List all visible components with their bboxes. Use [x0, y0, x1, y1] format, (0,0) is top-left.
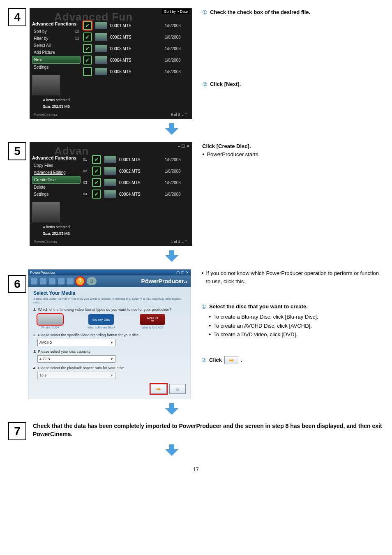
window-buttons[interactable]: ▢ ▢ ✕ — [176, 271, 189, 275]
down-arrow-icon — [90, 250, 253, 264]
file-name: 00005.MTS — [110, 69, 161, 74]
disc-capacity-select[interactable]: 4.7GB▼ — [37, 355, 115, 363]
file-row[interactable]: ✔ 00001.MTS 1/8/2008 — [83, 20, 189, 31]
file-row[interactable]: ✔ 00003.MTS 1/8/2008 — [83, 43, 189, 54]
status-size: Size: 252.53 MB — [32, 231, 81, 236]
file-name: 00002.MTS — [119, 169, 161, 173]
file-date: 1/8/2008 — [165, 58, 189, 62]
file-name: 00004.MTS — [119, 192, 161, 197]
svg-marker-3 — [165, 444, 178, 456]
sort-by-tag: Sort by > Date — [162, 9, 189, 14]
thumbnail — [104, 190, 116, 198]
home-button[interactable]: ⌂ — [169, 384, 186, 394]
instruction-text: Select the disc that you want to create. — [209, 303, 308, 311]
dvd-format-button[interactable] — [37, 314, 63, 325]
checkbox-icon[interactable]: ✔ — [83, 67, 92, 76]
recording-format-select[interactable]: AVCHD▼ — [37, 339, 115, 346]
down-arrow-icon — [90, 123, 253, 137]
powercinema-window-step5: – ☐ ✕ Advan Advanced Functions Copy File… — [30, 142, 192, 246]
menu-sort-by[interactable]: Sort by☑ — [32, 28, 81, 35]
what-is-avchd-link[interactable]: What is AVCHD? — [140, 326, 165, 329]
file-row[interactable]: ✔ 00005.MTS 1/8/2008 — [83, 66, 189, 77]
file-name: 00002.MTS — [110, 35, 161, 39]
row-index: 02 — [83, 169, 89, 173]
circled-2-icon: ② — [202, 80, 208, 89]
checkbox-icon[interactable]: ✔ — [92, 190, 101, 199]
checkbox-icon[interactable]: ✔ — [92, 155, 101, 164]
file-date: 1/8/2008 — [165, 169, 189, 173]
section-subtext: Select the video format of the disc you … — [33, 297, 186, 304]
instruction-bullet: PowerProducer starts. — [207, 150, 260, 159]
step-number: 5 — [8, 142, 26, 160]
thumbnail — [104, 179, 116, 186]
menu-delete[interactable]: Delete — [32, 184, 81, 191]
file-date: 1/8/2008 — [165, 23, 189, 28]
instruction-heading: Click [Create Disc]. — [202, 142, 384, 150]
file-row[interactable]: 03 ✔ 00003.MTS 1/8/2008 — [83, 177, 189, 188]
menu-select-all[interactable]: Select All — [32, 42, 81, 49]
menu-advanced-editing[interactable]: Advanced Editing — [32, 169, 81, 176]
toolbar-icon[interactable] — [49, 278, 55, 284]
checkbox-icon[interactable]: ✔ — [83, 32, 92, 42]
home-icon: ⌂ — [176, 386, 179, 392]
file-date: 1/8/2008 — [165, 35, 189, 39]
menu-next[interactable]: Next — [32, 56, 81, 64]
next-button[interactable]: ➡ — [150, 384, 167, 394]
instruction-text: . — [240, 357, 242, 363]
app-logo: PöwerProducerv4 — [141, 278, 187, 284]
section-heading: Select Your Media — [33, 290, 186, 296]
checkbox-icon[interactable]: ✔ — [83, 21, 92, 30]
sidebar-header: Advanced Functions — [32, 155, 81, 160]
file-date: 1/8/2008 — [165, 69, 189, 74]
menu-create-disc[interactable]: Create Disc — [32, 176, 81, 184]
file-name: 00004.MTS — [110, 58, 161, 62]
file-row[interactable]: 02 ✔ 00002.MTS 1/8/2008 — [83, 165, 189, 177]
circled-1-icon: ① — [201, 303, 207, 311]
help-icon[interactable]: ? — [76, 277, 84, 285]
what-is-bluray-link[interactable]: What is Blu-ray Disc? — [88, 326, 115, 329]
thumbnail — [104, 167, 116, 175]
toolbar-icon[interactable] — [58, 278, 65, 284]
what-is-dvd-link[interactable]: What is DVD? — [37, 326, 63, 329]
circled-1-icon: ① — [202, 8, 208, 17]
instruction-bullet: To create an AVCHD Disc, click [AVCHD]. — [213, 322, 311, 330]
file-row[interactable]: 04 ✔ 00004.MTS 1/8/2008 — [83, 188, 189, 200]
instruction-bullet: To create a DVD video, click [DVD]. — [213, 331, 297, 339]
avchd-format-button[interactable]: AVCHD™ — [140, 314, 165, 325]
status-items: 4 items selected — [32, 225, 81, 229]
toolbar-icon[interactable] — [67, 278, 74, 284]
instruction-text: Check the check box of the desired file. — [210, 8, 310, 16]
page-count: 5 of 8 — [171, 113, 180, 117]
question-1: Which of the following video format type… — [38, 308, 171, 312]
file-name: 00003.MTS — [119, 180, 161, 185]
window-controls[interactable]: – ☐ ✕ — [178, 144, 189, 148]
thumbnail — [104, 156, 116, 163]
checkbox-icon[interactable]: ✔ — [92, 166, 101, 176]
footer-brand: PowerCinema — [34, 240, 57, 244]
toolbar-icon[interactable] — [40, 278, 46, 284]
row-index: 04 — [83, 192, 89, 196]
aspect-ratio-select[interactable]: 16:9▼ — [37, 372, 115, 379]
file-row[interactable]: ✔ 00002.MTS 1/8/2008 — [83, 31, 189, 43]
checkbox-icon[interactable]: ✔ — [92, 178, 101, 187]
menu-add-picture[interactable]: Add Picture — [32, 49, 81, 56]
menu-settings[interactable]: Settings — [32, 191, 81, 198]
checkbox-icon[interactable]: ✔ — [83, 44, 92, 53]
menu-settings[interactable]: Settings — [32, 64, 81, 71]
page-number: 17 — [8, 467, 384, 472]
thumbnail — [95, 22, 107, 29]
file-row[interactable]: ✔ 00004.MTS 1/8/2008 — [83, 54, 189, 66]
file-row[interactable]: 01 ✔ 00001.MTS 1/8/2008 — [83, 154, 189, 165]
file-date: 1/8/2008 — [165, 46, 189, 51]
preview-thumbnail — [32, 202, 60, 222]
toolbar-icon[interactable] — [31, 278, 37, 284]
file-date: 1/8/2008 — [165, 180, 189, 185]
file-name: 00001.MTS — [119, 157, 161, 162]
checkbox-icon[interactable]: ✔ — [83, 56, 92, 65]
thumbnail — [95, 56, 107, 64]
bluray-format-button[interactable]: Blu-ray Disc — [88, 314, 114, 325]
tip-text: If you do not know which PowerProducer o… — [206, 269, 384, 285]
file-date: 1/8/2008 — [165, 192, 189, 197]
menu-filter-by[interactable]: Filter by☑ — [32, 35, 81, 42]
menu-copy-files[interactable]: Copy Files — [32, 162, 81, 169]
